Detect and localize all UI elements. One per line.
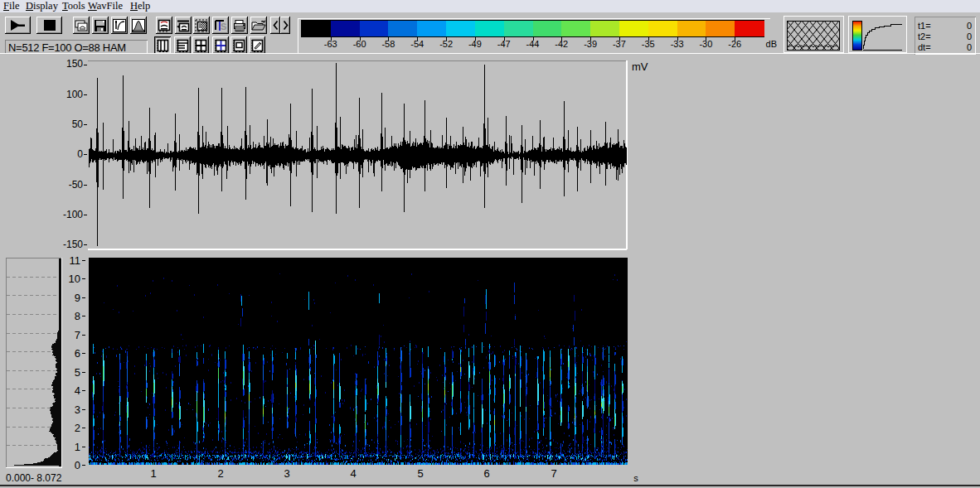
- svg-text:S: S: [221, 22, 226, 31]
